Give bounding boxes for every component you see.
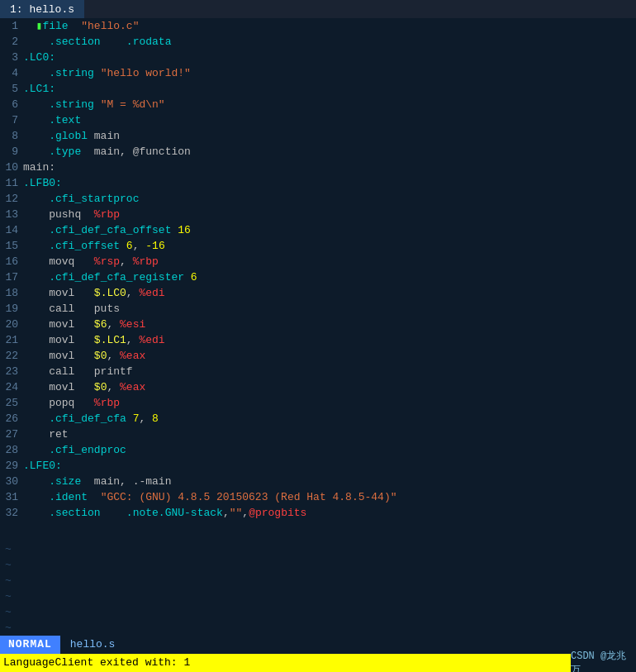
table-row: 1 ▮file "hello.c" [0,18,636,34]
table-row: 28 .cfi_endproc [0,442,636,458]
token-plain: , [120,255,133,268]
line-content: popq %rbp [23,395,120,411]
line-number: 4 [0,65,23,81]
token-dot: .type [23,145,81,158]
token-plain [88,491,101,503]
code-area: 1 ▮file "hello.c"2 .section .rodata3.LC0… [0,18,636,541]
token-plain [126,412,133,425]
table-row: 9 .type main, @function [0,144,636,160]
token-sym: $.LC0 [94,287,126,299]
token-dot: .cfi_offset [49,240,120,252]
token-dot: .string [23,67,94,79]
table-row: 22 movl $0, %eax [0,348,636,364]
line-content: .cfi_def_cfa 7, 8 [23,411,159,427]
line-number: 32 [0,505,23,521]
line-number: 28 [0,442,23,458]
token-plain: popq [23,397,94,409]
tilde-line: ~ [0,604,636,620]
token-plain: , [107,350,120,362]
token-reg: %rbp [133,255,159,268]
line-content: .ident "GCC: (GNU) 4.8.5 20150623 (Red H… [23,489,397,505]
token-plain [23,412,49,425]
line-content: call puts [23,301,120,317]
table-row: 13 pushq %rbp [0,207,636,222]
token-num: 6 [191,271,197,284]
token-dot: .string [23,98,94,111]
line-number: 16 [0,254,23,269]
line-number: 22 [0,348,23,364]
tab-active[interactable]: 1: hello.s [0,0,84,18]
line-number: 17 [0,269,23,285]
line-number: 7 [0,112,23,128]
line-number: 20 [0,317,23,332]
token-plain [101,36,126,48]
token-plain: call printf [23,365,133,378]
line-number: 14 [0,222,23,238]
token-plain: , [139,412,152,425]
tab-bar: 1: hello.s [0,0,636,18]
line-number: 15 [0,238,23,254]
line-number: 27 [0,427,23,442]
table-row: 27 ret [0,427,636,442]
line-number: 23 [0,364,23,379]
token-reg: %rbp [94,397,120,409]
line-number: 2 [0,34,23,50]
table-row: 6 .string "M = %d\n" [0,97,636,112]
table-row: 19 call puts [0,301,636,317]
line-content: .cfi_offset 6, -16 [23,238,165,254]
token-plain: pushq [23,208,94,221]
line-content: .LFB0: [23,175,62,191]
status-bar: NORMAL hello.s [0,636,636,654]
line-content: .globl main [23,128,120,144]
line-content: movl $0, %eax [23,348,145,364]
token-num: -16 [145,240,164,252]
line-number: 19 [0,301,23,317]
line-number: 29 [0,458,23,474]
token-plain: movl [23,350,94,362]
token-dot: .cfi_def_cfa_offset [49,224,171,236]
token-str: "GCC: (GNU) 4.8.5 20150623 (Red Hat 4.8.… [101,491,397,503]
line-content: movl $.LC1, %edi [23,332,165,348]
token-plain: movl [23,334,94,346]
token-str: "hello.c" [81,20,139,32]
token-dot: .cfi_startproc [49,193,139,205]
table-row: 20 movl $6, %esi [0,317,636,332]
token-plain: , [133,240,146,252]
token-dot: .rodata [126,36,172,48]
token-sym: $0 [94,381,107,393]
tilde-line: ~ [0,557,636,573]
token-plain [184,271,191,284]
line-number: 8 [0,128,23,144]
line-content: .string "hello world!" [23,65,191,81]
table-row: 21 movl $.LC1, %edi [0,332,636,348]
line-number: 25 [0,395,23,411]
line-content: .cfi_def_cfa_register 6 [23,269,197,285]
bottom-bar: LanguageClient exited with: 1 CSDN @龙兆万 [0,654,636,672]
table-row: 10main: [0,160,636,175]
token-str: "M = %d\n" [101,98,165,111]
token-dot: .globl [23,130,88,142]
tilde-line: ~ [0,541,636,557]
line-content: ▮file "hello.c" [23,18,139,34]
token-dot: file [42,20,68,32]
table-row: 8 .globl main [0,128,636,144]
tilde-line: ~ [0,589,636,604]
token-reg: %esi [120,318,145,331]
line-number: 11 [0,175,23,191]
token-plain: , [242,507,249,519]
line-content: .type main, @function [23,144,191,160]
token-label: .LC1: [23,83,55,95]
table-row: 17 .cfi_def_cfa_register 6 [0,269,636,285]
table-row: 31 .ident "GCC: (GNU) 4.8.5 20150623 (Re… [0,489,636,505]
table-row: 4 .string "hello world!" [0,65,636,81]
token-reg: %eax [120,381,145,393]
token-label: .LFB0: [23,177,62,189]
table-row: 5.LC1: [0,81,636,97]
token-plain [23,475,49,488]
line-content: ret [23,427,69,442]
token-reg: %eax [120,350,145,362]
token-reg: %rsp [94,255,120,268]
token-reg: %edi [139,287,164,299]
bottom-right-text: CSDN @龙兆万 [571,649,636,672]
line-number: 13 [0,207,23,222]
